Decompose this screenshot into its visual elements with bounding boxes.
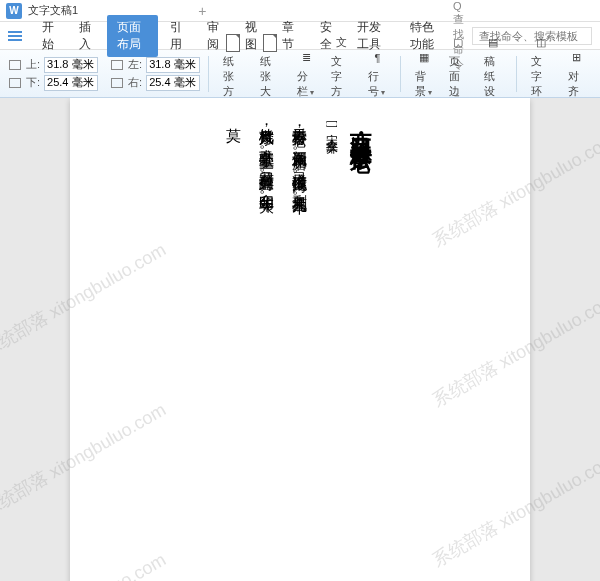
page: 西江月・秀骨青松不老 [宋] 辛弃疾 秀骨青松不老，新词玉佩相磨。灵槎准拟泛银河… bbox=[70, 98, 530, 581]
poem-title: 西江月・秀骨青松不老 bbox=[346, 116, 376, 136]
align-button[interactable]: ⊞ 对齐 bbox=[562, 47, 592, 101]
document-area[interactable]: 西江月・秀骨青松不老 [宋] 辛弃疾 秀骨青松不老，新词玉佩相磨。灵槎准拟泛银河… bbox=[0, 98, 600, 581]
poem-truncated: 莫 bbox=[224, 116, 243, 568]
poem-line-1: 秀骨青松不老，新词玉佩相磨。灵槎准拟泛银河。剩摘天星几个。 bbox=[290, 116, 309, 568]
margin-top-label: 上: bbox=[26, 57, 40, 72]
margin-right-icon bbox=[110, 77, 124, 89]
poem-content: 西江月・秀骨青松不老 [宋] 辛弃疾 秀骨青松不老，新词玉佩相磨。灵槎准拟泛银河… bbox=[224, 108, 376, 568]
background-icon: ▦ bbox=[415, 49, 433, 67]
menu-item-2[interactable]: 页面布局 bbox=[107, 15, 158, 57]
margin-bottom-label: 下: bbox=[26, 75, 40, 90]
margin-left-icon bbox=[110, 59, 124, 71]
margin-left-input[interactable] bbox=[146, 57, 200, 73]
margin-right-input[interactable] bbox=[146, 75, 200, 91]
margin-left-label: 左: bbox=[128, 57, 142, 72]
menu-item-3[interactable]: 引用 bbox=[160, 15, 195, 57]
margins-group: 上: 左: 下: 右: bbox=[8, 57, 200, 91]
align-icon: ⊞ bbox=[568, 49, 586, 67]
page-orientation-icon bbox=[226, 34, 240, 52]
page-size-icon bbox=[263, 34, 277, 52]
wrap-icon: ◫ bbox=[532, 34, 550, 52]
poem-author: [宋] 辛弃疾 bbox=[323, 120, 340, 131]
margin-right-label: 右: bbox=[128, 75, 142, 90]
margin-top-icon bbox=[8, 59, 22, 71]
border-icon: ▢ bbox=[449, 34, 467, 52]
poem-line-2: 枕楼东风月，驻春亭上笙歌。留君一醉意如何。金印明年斗大。 bbox=[257, 116, 276, 568]
margin-bottom-icon bbox=[8, 77, 22, 89]
grid-icon: ▤ bbox=[484, 34, 502, 52]
columns-button[interactable]: ≣ 分栏▾ bbox=[291, 47, 321, 101]
background-button[interactable]: ▦ 背景▾ bbox=[409, 47, 439, 101]
menu-item-0[interactable]: 开始 bbox=[32, 15, 67, 57]
app-icon: W bbox=[6, 3, 22, 19]
text-direction-icon: 文 bbox=[333, 34, 351, 52]
line-number-icon: ¶ bbox=[368, 49, 386, 67]
columns-icon: ≣ bbox=[297, 49, 315, 67]
menu-item-1[interactable]: 插入 bbox=[69, 15, 104, 57]
line-number-button[interactable]: ¶ 行号▾ bbox=[362, 47, 392, 101]
margin-bottom-input[interactable] bbox=[44, 75, 98, 91]
hamburger-icon[interactable] bbox=[8, 31, 22, 41]
margin-top-input[interactable] bbox=[44, 57, 98, 73]
